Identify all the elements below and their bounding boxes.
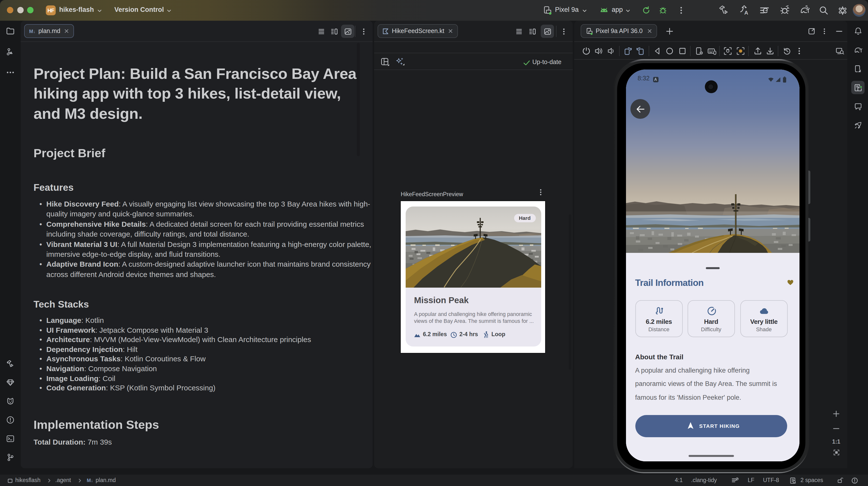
svg-text:A: A: [744, 10, 748, 16]
